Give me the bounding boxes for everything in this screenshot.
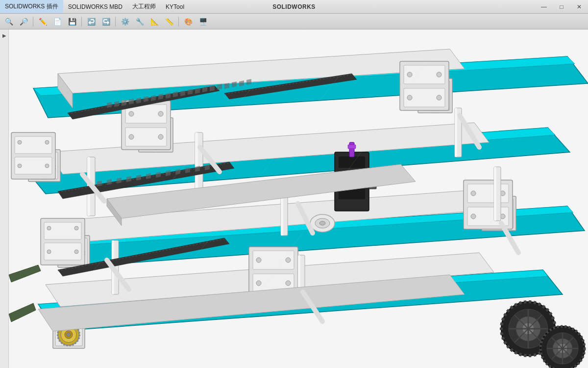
ruler-icon[interactable]: 📏 — [162, 15, 176, 28]
menu-da-engineer[interactable]: 大工程师 — [127, 0, 161, 13]
svg-rect-112 — [455, 108, 457, 157]
measure-icon[interactable]: 📐 — [147, 15, 161, 28]
color-icon[interactable]: 🎨 — [181, 15, 195, 28]
svg-marker-185 — [156, 172, 161, 178]
svg-marker-167 — [166, 93, 171, 99]
svg-marker-165 — [151, 95, 156, 101]
toolbar-separator — [33, 17, 33, 26]
menu-bar: SOLIDWORKS 插件 SOLIDWORKS MBD 大工程师 KYTool — [0, 0, 189, 13]
maximize-button[interactable]: □ — [553, 0, 570, 13]
svg-rect-114 — [494, 167, 496, 221]
left-panel-button-1[interactable]: ▶ — [0, 31, 8, 39]
svg-marker-160 — [114, 101, 119, 107]
svg-marker-162 — [129, 99, 134, 105]
minimize-button[interactable]: — — [535, 0, 553, 13]
toolbar-separator-4 — [178, 17, 179, 26]
svg-marker-173 — [210, 85, 215, 91]
menu-kytool[interactable]: KYTool — [161, 0, 189, 13]
svg-point-137 — [319, 221, 325, 225]
svg-point-94 — [256, 258, 261, 263]
toolbar-separator-3 — [115, 17, 116, 26]
svg-marker-166 — [158, 94, 163, 100]
left-panel: ▶ — [0, 29, 9, 368]
window-controls: — □ ✕ — [535, 0, 588, 13]
svg-point-96 — [256, 281, 261, 286]
cad-viewport-svg — [9, 29, 588, 368]
svg-point-89 — [47, 250, 51, 254]
window-title: SOLIDWORKS — [272, 3, 316, 10]
svg-point-68 — [18, 164, 22, 168]
redo-icon[interactable]: ↪️ — [99, 15, 113, 28]
svg-marker-180 — [107, 179, 112, 185]
svg-marker-189 — [195, 166, 200, 172]
svg-marker-179 — [97, 181, 102, 186]
document-icon[interactable]: 📄 — [50, 15, 64, 28]
svg-marker-168 — [173, 91, 178, 97]
toolbar-separator-2 — [81, 17, 82, 26]
svg-point-76 — [158, 134, 163, 139]
svg-point-87 — [47, 226, 51, 230]
svg-marker-172 — [202, 86, 207, 92]
svg-marker-164 — [144, 96, 148, 102]
svg-point-97 — [286, 281, 291, 286]
svg-marker-174 — [217, 84, 222, 90]
svg-point-69 — [45, 164, 49, 168]
svg-marker-176 — [232, 81, 237, 87]
svg-rect-131 — [349, 142, 354, 157]
pencil-icon[interactable]: ✏️ — [36, 15, 49, 28]
svg-rect-108 — [195, 132, 198, 196]
svg-marker-181 — [117, 178, 122, 184]
svg-point-75 — [129, 134, 134, 139]
svg-rect-128 — [338, 156, 366, 168]
svg-marker-178 — [246, 79, 251, 85]
svg-marker-184 — [146, 173, 151, 179]
title-bar: SOLIDWORKS 插件 SOLIDWORKS MBD 大工程师 KYTool… — [0, 0, 588, 14]
svg-marker-182 — [126, 176, 131, 182]
svg-marker-187 — [175, 169, 180, 175]
tools-icon[interactable]: 🔧 — [133, 15, 147, 28]
svg-point-81 — [437, 72, 441, 77]
svg-marker-170 — [188, 89, 193, 95]
search-icon[interactable]: 🔍 — [2, 15, 16, 28]
toolbar: 🔍 🔎 ✏️ 📄 💾 ↩️ ↪️ ⚙️ 🔧 📐 📏 🎨 🖥️ — [0, 14, 588, 29]
svg-point-80 — [407, 72, 412, 77]
svg-marker-183 — [136, 175, 141, 181]
svg-point-83 — [437, 95, 441, 100]
svg-point-73 — [129, 111, 134, 116]
svg-marker-188 — [185, 167, 190, 173]
svg-point-66 — [18, 140, 22, 144]
viewport[interactable] — [9, 29, 588, 368]
svg-marker-175 — [224, 83, 229, 89]
svg-marker-159 — [107, 102, 112, 108]
svg-rect-132 — [348, 145, 356, 149]
cad-scene — [9, 29, 588, 368]
svg-point-101 — [471, 191, 476, 196]
monitor-icon[interactable]: 🖥️ — [196, 15, 210, 28]
svg-marker-177 — [239, 80, 244, 86]
svg-point-67 — [45, 140, 49, 144]
menu-solidworks-mbd[interactable]: SOLIDWORKS MBD — [63, 0, 127, 13]
svg-marker-169 — [180, 90, 185, 96]
svg-point-82 — [407, 95, 412, 100]
svg-point-95 — [286, 258, 291, 263]
undo-icon[interactable]: ↩️ — [84, 15, 98, 28]
svg-point-74 — [158, 111, 163, 116]
svg-marker-190 — [205, 164, 210, 170]
svg-marker-186 — [166, 170, 171, 176]
svg-point-103 — [471, 214, 476, 219]
search2-icon[interactable]: 🔎 — [17, 15, 30, 28]
svg-rect-85 — [44, 222, 81, 239]
close-button[interactable]: ✕ — [570, 0, 588, 13]
svg-point-88 — [74, 226, 78, 230]
settings-icon[interactable]: ⚙️ — [118, 15, 132, 28]
svg-point-61 — [67, 333, 71, 337]
svg-marker-171 — [195, 88, 200, 94]
svg-marker-161 — [122, 100, 126, 106]
svg-rect-64 — [15, 136, 52, 154]
menu-solidworks-plugins[interactable]: SOLIDWORKS 插件 — [0, 0, 63, 13]
svg-point-90 — [74, 250, 78, 254]
save-icon[interactable]: 💾 — [65, 15, 79, 28]
svg-marker-163 — [136, 98, 141, 104]
